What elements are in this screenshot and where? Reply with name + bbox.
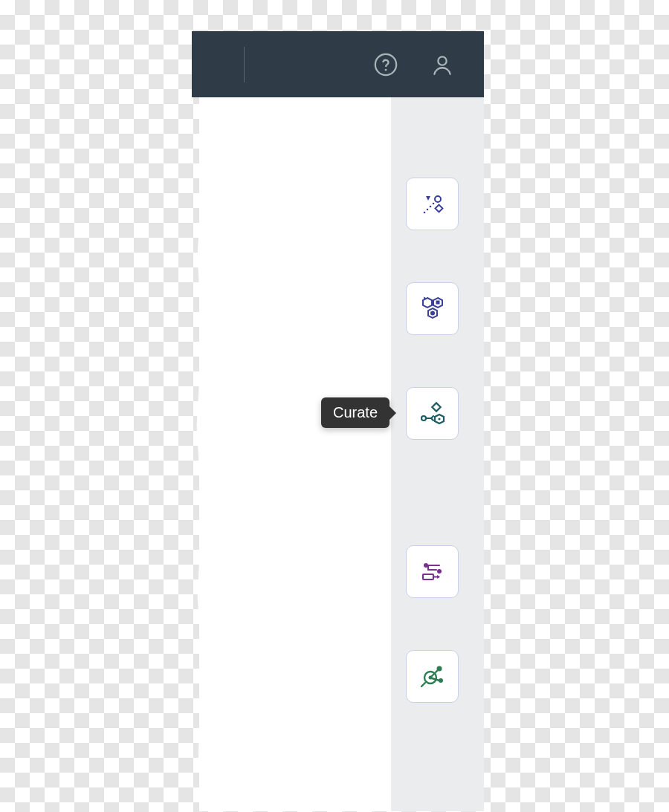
svg-point-21 bbox=[437, 569, 442, 574]
header-divider bbox=[244, 47, 245, 82]
svg-rect-14 bbox=[436, 300, 439, 304]
svg-point-18 bbox=[438, 418, 440, 420]
app-fragment: Curate bbox=[192, 31, 484, 811]
model-icon bbox=[417, 293, 448, 325]
svg-marker-5 bbox=[426, 196, 430, 201]
svg-marker-10 bbox=[423, 298, 432, 308]
svg-rect-22 bbox=[423, 574, 433, 579]
help-icon bbox=[373, 52, 398, 77]
tooltip-curate: Curate bbox=[321, 397, 390, 428]
user-icon bbox=[430, 52, 455, 77]
svg-rect-4 bbox=[435, 204, 442, 212]
svg-point-6 bbox=[426, 208, 428, 210]
top-header bbox=[192, 31, 484, 97]
tile-explore[interactable] bbox=[406, 650, 459, 703]
svg-point-7 bbox=[423, 211, 425, 213]
svg-point-15 bbox=[430, 311, 435, 315]
explore-icon bbox=[417, 661, 448, 692]
svg-point-3 bbox=[435, 196, 441, 202]
load-icon bbox=[418, 189, 447, 219]
user-button[interactable] bbox=[427, 50, 457, 79]
svg-point-8 bbox=[429, 205, 431, 207]
main-canvas bbox=[199, 97, 391, 811]
tile-curate[interactable] bbox=[406, 387, 459, 440]
tile-model[interactable] bbox=[406, 282, 459, 335]
tile-load[interactable] bbox=[406, 178, 459, 230]
svg-point-9 bbox=[432, 202, 434, 204]
tile-run[interactable] bbox=[406, 545, 459, 598]
tooltip-text: Curate bbox=[333, 404, 378, 420]
run-icon bbox=[417, 556, 448, 588]
svg-point-2 bbox=[438, 56, 446, 65]
curate-icon bbox=[417, 398, 448, 429]
svg-point-1 bbox=[385, 68, 387, 71]
help-button[interactable] bbox=[371, 50, 401, 79]
svg-rect-19 bbox=[432, 403, 440, 411]
